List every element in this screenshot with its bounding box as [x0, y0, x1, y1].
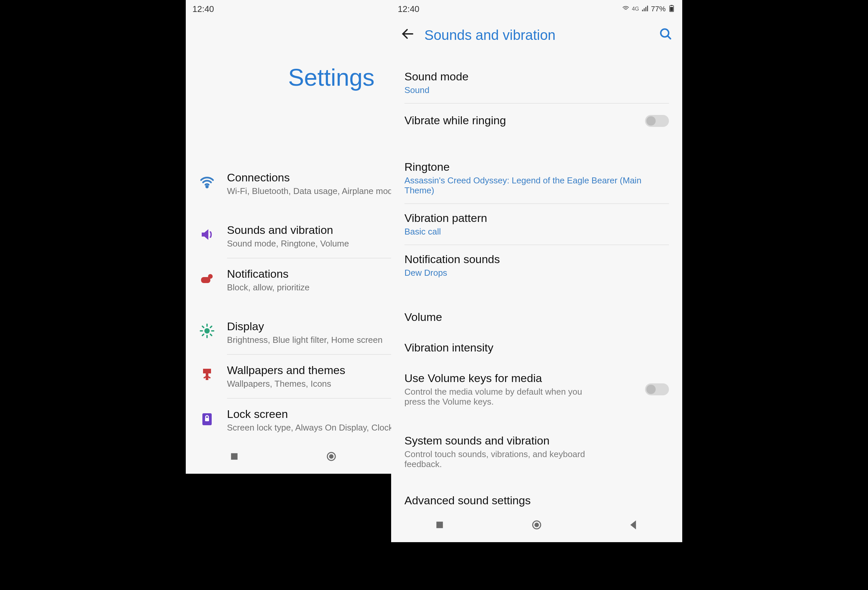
- pref-sound-mode[interactable]: Sound mode Sound: [391, 62, 682, 103]
- battery-icon: [667, 4, 676, 13]
- pref-vibration-pattern[interactable]: Vibration pattern Basic call: [391, 204, 682, 245]
- home-button[interactable]: [531, 519, 543, 534]
- pref-desc: Control the media volume by default when…: [404, 387, 604, 407]
- search-icon[interactable]: [658, 27, 673, 44]
- sounds-vibration-screen: 12:40 4G 77% Sounds and vibration Sound …: [391, 0, 682, 542]
- pref-notification-sounds[interactable]: Notification sounds Dew Drops: [391, 245, 682, 286]
- screen2-content: Sound mode Sound Vibrate while ringing R…: [391, 50, 682, 510]
- pref-title: Volume: [404, 311, 669, 324]
- battery-text: 77%: [651, 4, 666, 13]
- status-time: 12:40: [398, 4, 419, 13]
- pref-volume[interactable]: Volume: [391, 302, 682, 333]
- pref-value: Basic call: [404, 227, 669, 236]
- svg-rect-26: [670, 5, 673, 6]
- recents-button[interactable]: [228, 450, 240, 465]
- back-icon[interactable]: [400, 27, 415, 44]
- pref-title: System sounds and vibration: [404, 435, 669, 448]
- pref-title: Ringtone: [404, 161, 669, 174]
- pref-vibrate-while-ringing[interactable]: Vibrate while ringing: [391, 104, 682, 138]
- pref-value: Sound: [404, 85, 669, 95]
- pref-title: Sound mode: [404, 71, 669, 84]
- pref-system-sounds[interactable]: System sounds and vibration Control touc…: [391, 426, 682, 477]
- signal-icon: [641, 4, 649, 13]
- svg-rect-25: [670, 7, 673, 11]
- pref-title: Vibration intensity: [404, 342, 669, 355]
- wifi-icon: [199, 174, 215, 190]
- display-icon: [199, 323, 215, 339]
- pref-title: Vibrate while ringing: [404, 114, 669, 128]
- status-time: 12:40: [192, 4, 214, 13]
- network-label: 4G: [632, 6, 639, 12]
- pref-title: Use Volume keys for media: [404, 372, 669, 385]
- pref-title: Vibration pattern: [404, 212, 669, 225]
- recents-button[interactable]: [434, 519, 446, 534]
- status-bar: 12:40 4G 77%: [391, 0, 682, 17]
- svg-rect-21: [231, 453, 237, 459]
- back-button[interactable]: [628, 519, 640, 534]
- pref-vibration-intensity[interactable]: Vibration intensity: [391, 333, 682, 364]
- svg-point-32: [535, 523, 539, 527]
- home-button[interactable]: [325, 450, 337, 465]
- pref-desc: Control touch sounds, vibrations, and ke…: [404, 449, 604, 469]
- pref-value: Assassin's Creed Odyssey: Legend of the …: [404, 176, 669, 195]
- svg-point-23: [329, 454, 333, 459]
- pref-value: Dew Drops: [404, 268, 669, 278]
- pref-title: Notification sounds: [404, 253, 669, 266]
- lock-icon: [199, 411, 215, 426]
- wifi-status-icon: [622, 4, 630, 13]
- svg-rect-30: [437, 522, 443, 528]
- svg-point-8: [204, 328, 210, 333]
- svg-point-7: [208, 274, 213, 279]
- pref-title: Advanced sound settings: [404, 494, 669, 507]
- svg-line-14: [210, 334, 212, 336]
- status-right: 4G 77%: [622, 4, 676, 13]
- svg-line-15: [202, 334, 204, 336]
- sound-icon: [199, 227, 215, 242]
- svg-line-16: [210, 326, 212, 327]
- app-bar: Sounds and vibration: [391, 17, 682, 50]
- pref-advanced-sound[interactable]: Advanced sound settings: [391, 486, 682, 510]
- svg-rect-20: [205, 418, 209, 421]
- nav-bar: [391, 510, 682, 542]
- notifications-icon: [199, 270, 215, 286]
- svg-line-29: [667, 36, 670, 39]
- svg-line-13: [202, 326, 204, 327]
- svg-point-5: [207, 186, 208, 188]
- toggle-switch[interactable]: [645, 115, 669, 127]
- pref-volume-keys-media[interactable]: Use Volume keys for media Control the me…: [391, 364, 682, 414]
- toggle-switch[interactable]: [645, 384, 669, 395]
- wallpaper-icon: [199, 367, 215, 383]
- svg-rect-17: [203, 369, 211, 373]
- appbar-title: Sounds and vibration: [424, 27, 649, 43]
- pref-ringtone[interactable]: Ringtone Assassin's Creed Odyssey: Legen…: [391, 153, 682, 203]
